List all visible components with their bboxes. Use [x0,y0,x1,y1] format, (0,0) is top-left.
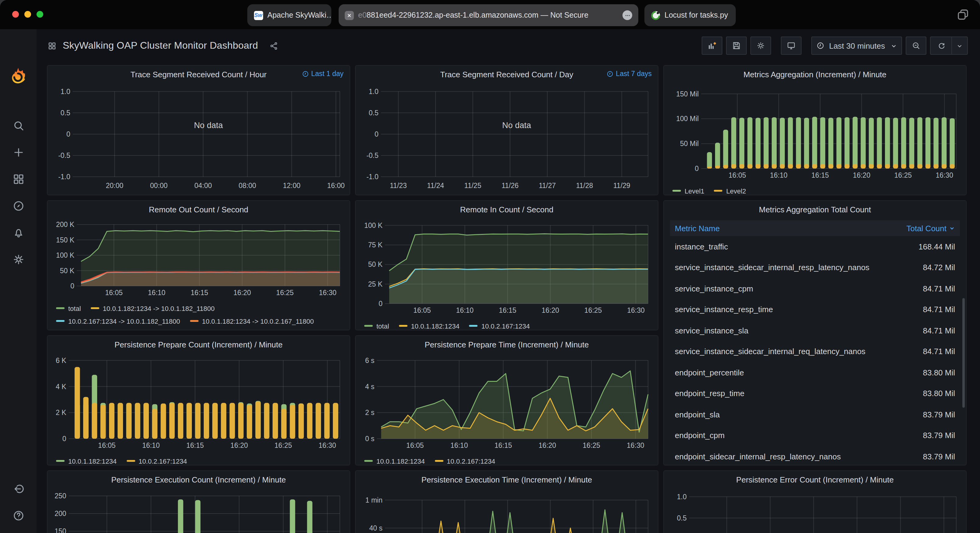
dashboard-settings-button[interactable] [750,36,771,55]
legend-item[interactable]: 10.0.2.167:1234 [434,455,495,465]
legend-item[interactable]: 10.0.1.182:1234 [399,319,460,330]
panel-chart: 150 Mil100 Mil50 Mil016:0516:1016:1516:2… [664,83,966,183]
svg-text:20:00: 20:00 [106,182,123,190]
zoom-window-button[interactable] [37,11,43,17]
legend-label: Level2 [726,187,746,194]
window-titlebar: SwApache SkyWalki…e0881eed4-22961232.ap-… [0,0,980,29]
svg-text:0: 0 [70,282,74,290]
legend-item[interactable]: 10.0.1.182:1234 -> 10.0.2.167_11800 [190,314,314,327]
sidebar [0,29,37,533]
panel-title[interactable]: Remote In Count / Second [460,205,554,214]
sidebar-item-alerting[interactable] [12,226,25,239]
panel-title[interactable]: Persistence Prepare Time (Increment) / M… [425,340,589,349]
close-window-button[interactable] [12,11,19,17]
legend-label: 10.0.2.167:1234 [447,457,495,465]
zoom-out-time-button[interactable] [906,36,926,55]
panel-legend: 10.0.1.182:123410.0.2.167:1234 [356,453,658,465]
sign-out-icon [12,482,25,495]
legend-item[interactable]: Level2 [714,184,746,195]
legend-item[interactable]: 10.0.2.167:1234 [126,455,187,465]
svg-text:16:30: 16:30 [627,441,644,449]
svg-text:11/23: 11/23 [390,182,407,190]
panel-persistence-error-count: Persistence Error Count (Increment) / Mi… [663,470,967,533]
legend-label: 10.0.2.167:1234 -> 10.0.1.182_11800 [68,317,180,325]
legend-item[interactable]: 10.0.2.167:1234 [469,319,530,330]
legend-item[interactable]: total [56,302,81,314]
legend-item[interactable]: total [364,319,389,330]
tab-overview-button[interactable] [956,7,970,22]
total-count-cell: 83.79 Mil [923,431,955,440]
svg-text:11/27: 11/27 [539,182,556,190]
sidebar-item-search[interactable] [12,119,25,132]
legend-swatch [91,307,99,309]
svg-text:0: 0 [62,435,67,443]
page-title[interactable]: SkyWalking OAP Cluster Monitor Dashboard [63,40,258,51]
legend-swatch [672,190,681,192]
share-icon[interactable] [269,41,278,50]
legend-item[interactable]: 10.0.2.167:1234 -> 10.0.1.182_11800 [56,314,180,327]
svg-text:16:25: 16:25 [274,441,292,449]
chevron-down-icon [956,42,963,49]
skywalking-favicon: Sw [253,10,263,20]
refresh-interval-button[interactable] [951,37,967,54]
svg-text:4 s: 4 s [365,383,375,390]
dashboard-grid-icon[interactable] [48,41,57,50]
sidebar-item-configuration[interactable] [12,253,25,266]
search-icon [12,119,25,132]
legend-label: 10.0.1.182:1234 [376,457,425,465]
refresh-button[interactable] [931,37,951,54]
metric-name-cell: instance_traffic [675,242,728,251]
add-panel-button[interactable] [702,36,722,55]
panel-title[interactable]: Persistence Execution Time (Increment) /… [422,475,592,484]
browser-tab-locust[interactable]: Locust for tasks.py [644,4,736,26]
sidebar-item-dashboards[interactable] [12,173,25,186]
panel-title[interactable]: Persistence Execution Count (Increment) … [111,475,286,484]
cycle-view-mode-button[interactable] [781,36,802,55]
browser-tab-grafana[interactable]: e0881eed4-22961232.ap-east-1.elb.amazona… [339,4,638,26]
site-info-button[interactable] [622,10,632,20]
panel-title[interactable]: Remote Out Count / Second [149,205,248,214]
svg-text:-0.5: -0.5 [58,152,70,159]
browser-window: SwApache SkyWalki…e0881eed4-22961232.ap-… [0,0,980,533]
table-row: endpoint_sidecar_internal_resp_latency_n… [670,446,960,465]
svg-text:0 s: 0 s [365,435,375,443]
panel-time-link[interactable]: Last 1 day [302,70,344,77]
table-scrollbar[interactable] [963,298,965,408]
time-range-picker[interactable]: Last 30 minutes [811,36,902,55]
svg-text:16:20: 16:20 [233,289,251,297]
panel-time-link[interactable]: Last 7 days [607,70,652,77]
column-header-metric-name[interactable]: Metric Name [675,224,720,233]
sidebar-item-help[interactable] [12,509,25,522]
legend-label: 10.0.2.167:1234 [482,322,530,330]
panel-header: Persistence Execution Time (Increment) /… [356,471,658,488]
save-dashboard-button[interactable] [726,36,747,55]
sidebar-item-create[interactable] [12,146,25,159]
panel-header: Remote Out Count / Second [48,201,350,218]
tab-title: Apache SkyWalki… [267,11,331,19]
sidebar-item-explore[interactable] [12,200,25,213]
panel-title[interactable]: Trace Segment Received Count / Day [441,70,573,79]
table-row: endpoint_sla83.79 Mil [670,404,960,425]
panel-metrics-aggregation: Metrics Aggregation (Increment) / Minute… [663,65,967,195]
sidebar-item-sign-out[interactable] [12,482,25,495]
legend-item[interactable]: Level1 [672,184,705,195]
panel-title[interactable]: Persistence Prepare Count (Increment) / … [115,340,283,349]
tab-close-button[interactable] [345,11,354,20]
legend-swatch [469,325,478,327]
column-header-total-count[interactable]: Total Count [906,224,955,233]
panel-title[interactable]: Metrics Aggregation Total Count [759,205,871,214]
legend-item[interactable]: 10.0.1.182:1234 [364,455,425,465]
panel-title[interactable]: Metrics Aggregation (Increment) / Minute [743,70,886,79]
minimize-window-button[interactable] [24,11,31,17]
grafana-logo[interactable] [9,67,27,85]
legend-item[interactable]: 10.0.2.167:1234 -> 10.0.2.167_11800 [56,327,180,330]
dashboard-header: SkyWalking OAP Cluster Monitor Dashboard [37,29,980,62]
svg-text:0.5: 0.5 [677,514,687,522]
explore-icon [12,200,25,213]
svg-text:4 K: 4 K [56,383,67,390]
legend-item[interactable]: 10.0.1.182:1234 [56,455,117,465]
browser-tab-skywalking[interactable]: SwApache SkyWalki… [247,4,331,26]
legend-item[interactable]: 10.0.1.182:1234 -> 10.0.1.182_11800 [91,302,215,314]
panel-title[interactable]: Trace Segment Received Count / Hour [130,70,266,79]
panel-title[interactable]: Persistence Error Count (Increment) / Mi… [736,475,894,484]
